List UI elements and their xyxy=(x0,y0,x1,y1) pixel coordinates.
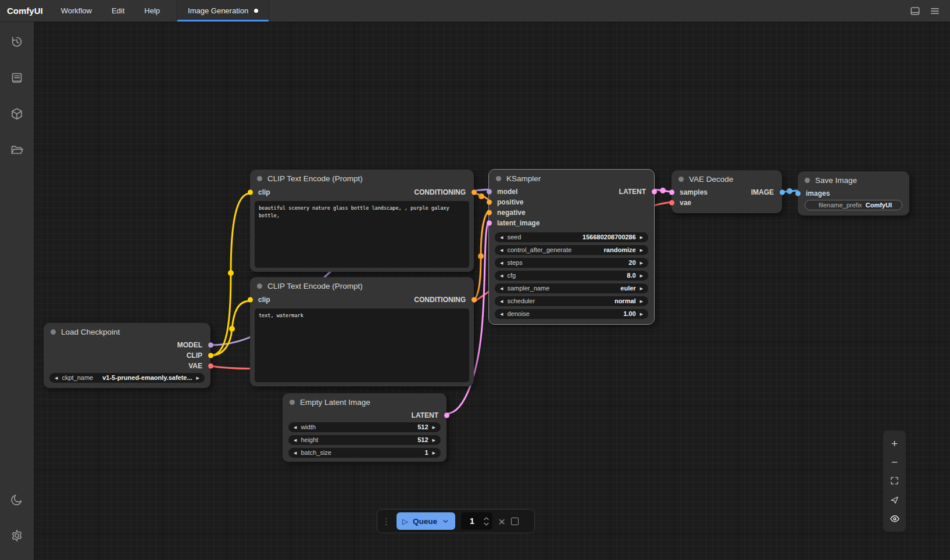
node-header[interactable]: CLIP Text Encode (Prompt) xyxy=(250,170,474,186)
sampler-name-widget[interactable]: ◀ sampler_name euler ▶ xyxy=(495,283,648,293)
node-header[interactable]: CLIP Text Encode (Prompt) xyxy=(250,277,474,294)
node-clip-text-encode-positive[interactable]: CLIP Text Encode (Prompt) clip CONDITION… xyxy=(250,170,474,272)
sidebar-item-workflows[interactable] xyxy=(5,138,28,161)
node-ksampler[interactable]: KSampler model LATENT positive negative … xyxy=(489,170,654,324)
output-conditioning-port[interactable] xyxy=(472,190,477,195)
sidebar-item-settings[interactable] xyxy=(5,524,28,547)
arrow-left-icon[interactable]: ◀ xyxy=(500,312,503,316)
node-header[interactable]: VAE Decode xyxy=(672,170,782,187)
arrow-right-icon[interactable]: ▶ xyxy=(640,235,643,239)
main-menu-button[interactable] xyxy=(929,5,941,17)
input-clip-port[interactable] xyxy=(248,190,253,195)
arrow-right-icon[interactable]: ▶ xyxy=(640,274,643,278)
canvas-controls-panel: + − xyxy=(883,430,906,532)
input-positive-port[interactable] xyxy=(487,200,492,205)
sidebar-item-model-library[interactable] xyxy=(5,102,28,125)
arrow-right-icon[interactable]: ▶ xyxy=(433,425,435,429)
arrow-right-icon[interactable]: ▶ xyxy=(433,438,435,442)
node-save-image[interactable]: Save Image images filename_prefix ComfyU… xyxy=(798,171,909,216)
node-empty-latent-image[interactable]: Empty Latent Image LATENT ◀ width 512 ▶ … xyxy=(283,393,447,462)
output-latent-port[interactable] xyxy=(444,413,449,418)
input-samples-port[interactable] xyxy=(669,190,674,195)
arrow-left-icon[interactable]: ◀ xyxy=(500,261,503,265)
input-latent-image-port[interactable] xyxy=(487,221,492,226)
arrow-right-icon[interactable]: ▶ xyxy=(640,261,643,265)
output-latent-port[interactable] xyxy=(652,189,657,195)
input-vae-port[interactable] xyxy=(669,200,674,206)
input-model-port[interactable] xyxy=(487,189,492,195)
arrow-right-icon[interactable]: ▶ xyxy=(640,248,643,252)
width-widget[interactable]: ◀ width 512 ▶ xyxy=(288,422,441,432)
sidebar-item-history[interactable] xyxy=(5,30,28,53)
scheduler-widget[interactable]: ◀ scheduler normal ▶ xyxy=(495,296,648,306)
queue-button[interactable]: ▷ Queue xyxy=(397,512,455,530)
node-header[interactable]: Empty Latent Image xyxy=(283,393,447,410)
cfg-widget[interactable]: ◀ cfg 8.0 ▶ xyxy=(495,271,648,281)
arrow-left-icon[interactable]: ◀ xyxy=(500,274,503,278)
stop-button[interactable] xyxy=(511,518,519,525)
collapse-dot[interactable] xyxy=(805,178,810,183)
stepper-down-icon[interactable] xyxy=(483,522,490,526)
collapse-dot[interactable] xyxy=(290,400,295,405)
batch-size-widget[interactable]: ◀ batch_size 1 ▶ xyxy=(288,448,441,458)
node-header[interactable]: Save Image xyxy=(798,171,909,188)
steps-widget[interactable]: ◀ steps 20 ▶ xyxy=(495,258,648,268)
node-header[interactable]: KSampler xyxy=(489,170,654,186)
positive-prompt-textarea[interactable]: beautiful scenery nature glass bottle la… xyxy=(255,201,469,268)
output-image-port[interactable] xyxy=(780,190,785,195)
collapse-dot[interactable] xyxy=(257,283,262,289)
select-mode-button[interactable] xyxy=(888,493,902,507)
node-load-checkpoint[interactable]: Load Checkpoint MODEL CLIP VAE ◀ ckpt_na… xyxy=(44,323,210,388)
collapse-dot[interactable] xyxy=(257,176,262,181)
height-widget[interactable]: ◀ height 512 ▶ xyxy=(288,435,441,445)
input-images-port[interactable] xyxy=(795,191,801,196)
arrow-right-icon[interactable]: ▶ xyxy=(640,286,643,290)
menu-workflow[interactable]: Workflow xyxy=(51,0,102,21)
control-after-generate-widget[interactable]: ◀ control_after_generate randomize ▶ xyxy=(495,245,648,255)
arrow-right-icon[interactable]: ▶ xyxy=(640,299,643,303)
arrow-right-icon[interactable]: ▶ xyxy=(197,376,199,380)
menu-help[interactable]: Help xyxy=(134,0,170,21)
fit-view-button[interactable] xyxy=(888,474,902,488)
negative-prompt-textarea[interactable]: text, watermark xyxy=(255,308,469,382)
zoom-out-button[interactable]: − xyxy=(888,455,902,469)
filename-prefix-widget[interactable]: filename_prefix ComfyUI xyxy=(805,200,902,210)
input-clip-port[interactable] xyxy=(248,297,253,303)
arrow-right-icon[interactable]: ▶ xyxy=(433,451,435,455)
seed-widget[interactable]: ◀ seed 156680208700286 ▶ xyxy=(495,232,648,242)
node-header[interactable]: Load Checkpoint xyxy=(44,323,210,340)
arrow-left-icon[interactable]: ◀ xyxy=(294,451,297,455)
sidebar-item-theme-toggle[interactable] xyxy=(5,488,28,511)
input-negative-port[interactable] xyxy=(487,210,492,216)
toggle-minimap-button[interactable] xyxy=(888,512,902,526)
output-clip-port[interactable] xyxy=(208,353,213,358)
denoise-widget[interactable]: ◀ denoise 1.00 ▶ xyxy=(495,309,648,319)
arrow-left-icon[interactable]: ◀ xyxy=(294,438,297,442)
sidebar-item-queue[interactable] xyxy=(5,66,28,89)
output-model-port[interactable] xyxy=(208,343,213,348)
arrow-left-icon[interactable]: ◀ xyxy=(500,299,503,303)
node-vae-decode[interactable]: VAE Decode samples IMAGE vae xyxy=(672,170,782,213)
arrow-left-icon[interactable]: ◀ xyxy=(500,235,503,239)
collapse-dot[interactable] xyxy=(496,176,501,181)
ckpt-name-widget[interactable]: ◀ ckpt_name v1-5-pruned-emaonly.safete..… xyxy=(49,373,205,383)
zoom-in-button[interactable]: + xyxy=(888,436,902,450)
menu-edit[interactable]: Edit xyxy=(102,0,134,21)
output-vae-port[interactable] xyxy=(208,364,213,369)
arrow-left-icon[interactable]: ◀ xyxy=(55,376,58,380)
node-clip-text-encode-negative[interactable]: CLIP Text Encode (Prompt) clip CONDITION… xyxy=(250,277,474,386)
arrow-left-icon[interactable]: ◀ xyxy=(500,248,503,252)
chevron-down-icon[interactable] xyxy=(442,518,449,525)
clear-queue-button[interactable]: × xyxy=(498,515,505,527)
batch-count-input[interactable]: 1 xyxy=(461,512,492,530)
tab-image-generation[interactable]: Image Generation xyxy=(177,0,269,21)
arrow-left-icon[interactable]: ◀ xyxy=(500,286,503,290)
drag-handle[interactable]: ⋮ xyxy=(382,517,391,526)
collapse-dot[interactable] xyxy=(51,329,56,335)
arrow-right-icon[interactable]: ▶ xyxy=(640,312,643,316)
bottom-panel-toggle-button[interactable] xyxy=(909,5,921,17)
collapse-dot[interactable] xyxy=(678,177,684,182)
stepper-up-icon[interactable] xyxy=(483,516,490,520)
output-conditioning-port[interactable] xyxy=(472,297,477,303)
arrow-left-icon[interactable]: ◀ xyxy=(294,425,297,429)
